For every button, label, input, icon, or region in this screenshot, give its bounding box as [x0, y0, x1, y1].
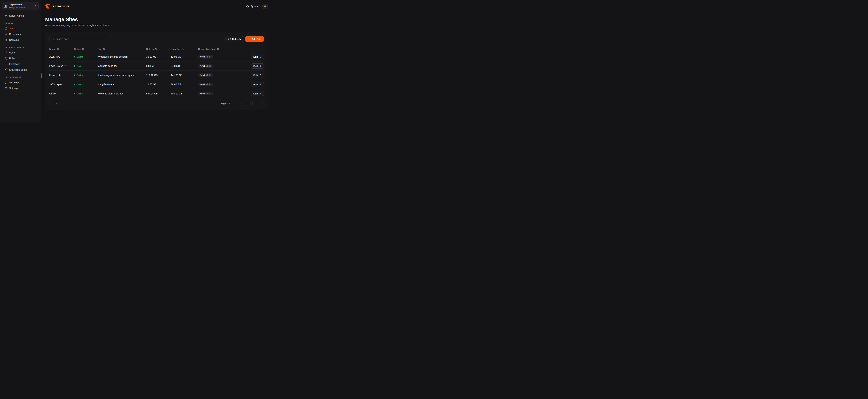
- column-label: Online: [74, 48, 81, 50]
- ellipsis-icon: [245, 83, 248, 86]
- ticket-check-icon: [5, 63, 7, 65]
- edit-button-label: Edit: [253, 83, 258, 86]
- sidebar-item-domains[interactable]: Domains: [2, 37, 38, 43]
- sidebar-item-settings[interactable]: Settings: [2, 85, 38, 91]
- column-header-connection-type[interactable]: Connection Type: [198, 48, 241, 50]
- site-id-cell: dead-san-joaquin-antelope-squirrel: [98, 74, 146, 76]
- site-name-cell: Jeff's Laptop: [49, 83, 74, 86]
- connection-client-version: v1.3.2: [206, 74, 212, 76]
- link-icon: [5, 68, 7, 71]
- edit-button[interactable]: Edit: [251, 72, 264, 78]
- site-id-cell: welcome-giant-mole-rat: [98, 92, 146, 95]
- site-name-cell: Office: [49, 92, 74, 95]
- org-switcher[interactable]: Organization milo@fossorial.io's ...: [2, 2, 38, 10]
- data-out-cell: 780.12 GB: [171, 92, 198, 95]
- globe-icon: [5, 38, 7, 41]
- online-status-cell: Online: [74, 83, 98, 86]
- connection-type-badge: Newt v1.3.2: [198, 92, 213, 95]
- sidebar-item-api-keys[interactable]: API Keys: [2, 80, 38, 85]
- table-row: AWS VPC Online vivacious-little-blue-pen…: [49, 52, 264, 61]
- connection-client-name: Newt: [200, 74, 205, 76]
- row-menu-button[interactable]: [245, 74, 248, 77]
- brand: PANGOLIN: [45, 3, 69, 9]
- connection-client-name: Newt: [200, 83, 205, 85]
- toolbar-actions: Refresh Add Site: [225, 36, 264, 42]
- online-status-label: Online: [76, 74, 83, 76]
- sort-icon: [217, 48, 219, 50]
- sidebar-item-sites[interactable]: Sites: [2, 26, 38, 31]
- org-switcher-texts: Organization milo@fossorial.io's ...: [9, 3, 33, 9]
- next-page-button[interactable]: [252, 101, 257, 106]
- sidebar-item-resources[interactable]: Resources: [2, 31, 38, 37]
- table-body: AWS VPC Online vivacious-little-blue-pen…: [49, 52, 264, 98]
- avatar[interactable]: M: [262, 4, 268, 9]
- row-menu-button[interactable]: [245, 92, 248, 95]
- connection-type-badge: Newt v1.3.2: [198, 73, 213, 77]
- edit-button[interactable]: Edit: [251, 63, 264, 69]
- row-actions-cell: Edit: [241, 91, 264, 96]
- column-header-data-out[interactable]: Data Out: [171, 48, 198, 50]
- sidebar-item-invitations[interactable]: Invitations: [2, 61, 38, 67]
- refresh-button[interactable]: Refresh: [225, 36, 243, 42]
- previous-page-button[interactable]: [246, 101, 251, 106]
- page-subtitle: Allow connectivity to your network throu…: [45, 24, 268, 27]
- ellipsis-icon: [245, 74, 248, 77]
- column-header-data-in[interactable]: Data In: [146, 48, 171, 50]
- row-menu-button[interactable]: [245, 55, 248, 58]
- sidebar-item-server-admin[interactable]: Server Admin: [2, 13, 38, 19]
- column-header-online[interactable]: Online: [74, 48, 98, 50]
- edit-button[interactable]: Edit: [251, 91, 264, 96]
- search-icon: [51, 38, 54, 40]
- theme-toggle-button[interactable]: System: [246, 5, 258, 8]
- refresh-icon: [228, 38, 231, 40]
- online-status-label: Online: [76, 83, 83, 86]
- connection-client-name: Newt: [200, 56, 205, 58]
- online-status-cell: Online: [74, 65, 98, 67]
- sidebar-item-label: Resources: [9, 33, 21, 36]
- table-row: Edge Device 01 Online fortunate-cape-fox…: [49, 61, 264, 70]
- row-actions-cell: Edit: [241, 63, 264, 69]
- add-site-button[interactable]: Add Site: [245, 36, 264, 42]
- first-page-button[interactable]: [239, 101, 244, 106]
- row-menu-button[interactable]: [245, 83, 248, 86]
- page-title: Manage Sites: [45, 17, 268, 22]
- column-header-site[interactable]: Site: [98, 48, 146, 50]
- search-input[interactable]: [56, 38, 108, 40]
- connection-client-version: v1.3.2: [206, 56, 212, 58]
- row-actions-cell: Edit: [241, 82, 264, 87]
- site-id-cell: vivacious-little-blue-penguin: [98, 55, 146, 58]
- user-icon: [5, 51, 7, 54]
- sidebar-item-shareable-links[interactable]: Shareable Links: [2, 67, 38, 72]
- org-switcher-subtitle: milo@fossorial.io's ...: [9, 6, 33, 9]
- sort-icon: [103, 48, 105, 50]
- top-bar: PANGOLIN System M: [41, 0, 272, 12]
- sort-icon: [82, 48, 84, 50]
- sidebar-nav: Server Admin GENERAL Sites Resources: [2, 13, 38, 91]
- online-status-cell: Online: [74, 56, 98, 58]
- ellipsis-icon: [245, 65, 248, 67]
- table-footer: 20 Page 1 of 1: [49, 101, 264, 106]
- sidebar-item-label: Server Admin: [9, 14, 24, 17]
- sidebar-scrollbar-thumb[interactable]: [41, 73, 42, 78]
- edit-button[interactable]: Edit: [251, 54, 264, 59]
- table-header-row: Name Online Site Data In: [49, 46, 264, 52]
- sites-card: Refresh Add Site Name: [45, 32, 268, 110]
- sidebar-heading-organization: ORGANIZATION: [2, 76, 38, 80]
- last-page-button[interactable]: [259, 101, 264, 106]
- online-status-label: Online: [76, 56, 83, 58]
- site-name-cell: AWS VPC: [49, 55, 74, 58]
- sites-toolbar: Refresh Add Site: [49, 36, 264, 42]
- edit-button-label: Edit: [253, 74, 258, 76]
- sidebar-item-roles[interactable]: Roles: [2, 55, 38, 61]
- row-menu-button[interactable]: [245, 65, 248, 67]
- sidebar-item-users[interactable]: Users: [2, 50, 38, 55]
- column-header-name[interactable]: Name: [49, 48, 74, 50]
- arrow-right-icon: [259, 56, 261, 58]
- gear-icon: [5, 87, 7, 90]
- connection-client-version: v1.3.2: [206, 65, 212, 67]
- page-size-select[interactable]: 20: [49, 101, 60, 106]
- add-site-label: Add Site: [252, 38, 261, 40]
- online-dot-icon: [74, 84, 75, 85]
- theme-toggle-label: System: [250, 5, 258, 8]
- edit-button[interactable]: Edit: [251, 82, 264, 87]
